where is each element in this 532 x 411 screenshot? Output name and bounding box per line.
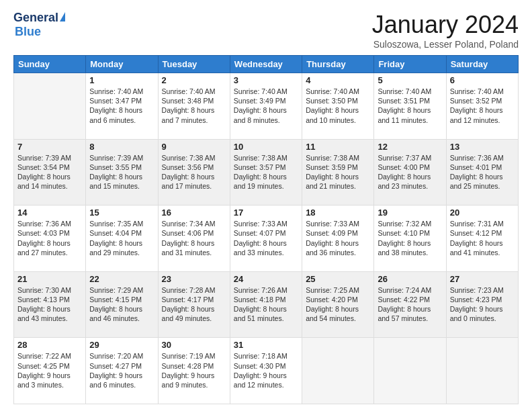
day-content: Sunrise: 7:40 AM Sunset: 3:52 PM Dayligh… <box>450 87 515 125</box>
day-content: Sunrise: 7:39 AM Sunset: 3:54 PM Dayligh… <box>17 153 82 191</box>
calendar-cell: 28Sunrise: 7:22 AM Sunset: 4:25 PM Dayli… <box>14 338 86 404</box>
calendar-header-friday: Friday <box>374 56 446 73</box>
day-number: 27 <box>450 274 515 284</box>
day-number: 15 <box>89 208 154 218</box>
calendar-cell: 1Sunrise: 7:40 AM Sunset: 3:47 PM Daylig… <box>86 73 158 140</box>
calendar-cell: 31Sunrise: 7:18 AM Sunset: 4:30 PM Dayli… <box>230 338 302 404</box>
calendar-cell: 19Sunrise: 7:32 AM Sunset: 4:10 PM Dayli… <box>374 205 446 272</box>
day-content: Sunrise: 7:18 AM Sunset: 4:30 PM Dayligh… <box>234 351 298 390</box>
day-content: Sunrise: 7:33 AM Sunset: 4:07 PM Dayligh… <box>234 219 298 257</box>
calendar-week-row: 21Sunrise: 7:30 AM Sunset: 4:13 PM Dayli… <box>14 271 519 338</box>
calendar-cell: 21Sunrise: 7:30 AM Sunset: 4:13 PM Dayli… <box>14 271 86 338</box>
day-number: 31 <box>234 340 298 350</box>
calendar-cell: 13Sunrise: 7:36 AM Sunset: 4:01 PM Dayli… <box>446 139 518 205</box>
logo-text: General <box>13 11 65 25</box>
day-number: 21 <box>17 274 82 284</box>
day-number: 6 <box>450 75 515 85</box>
day-number: 7 <box>17 142 82 152</box>
header: General Blue January 2024 Suloszowa, Les… <box>13 11 519 50</box>
day-number: 8 <box>89 142 154 152</box>
calendar-week-row: 14Sunrise: 7:36 AM Sunset: 4:03 PM Dayli… <box>14 205 519 272</box>
day-number: 26 <box>378 274 442 284</box>
calendar-cell <box>374 338 446 404</box>
day-number: 5 <box>378 75 442 85</box>
calendar-header-wednesday: Wednesday <box>230 56 302 73</box>
day-content: Sunrise: 7:26 AM Sunset: 4:18 PM Dayligh… <box>234 285 298 324</box>
calendar-week-row: 1Sunrise: 7:40 AM Sunset: 3:47 PM Daylig… <box>14 73 519 140</box>
calendar-cell: 6Sunrise: 7:40 AM Sunset: 3:52 PM Daylig… <box>446 73 518 140</box>
day-number: 28 <box>17 340 82 350</box>
calendar-header-row: SundayMondayTuesdayWednesdayThursdayFrid… <box>14 56 519 73</box>
calendar-cell: 27Sunrise: 7:23 AM Sunset: 4:23 PM Dayli… <box>446 271 518 338</box>
location: Suloszowa, Lesser Poland, Poland <box>372 39 519 50</box>
day-number: 2 <box>162 75 226 85</box>
day-number: 1 <box>89 75 154 85</box>
day-number: 9 <box>162 142 226 152</box>
logo-blue-text: Blue <box>15 25 41 38</box>
calendar-cell: 17Sunrise: 7:33 AM Sunset: 4:07 PM Dayli… <box>230 205 302 272</box>
day-content: Sunrise: 7:31 AM Sunset: 4:12 PM Dayligh… <box>450 219 515 257</box>
calendar-cell <box>14 73 86 140</box>
calendar-cell: 25Sunrise: 7:25 AM Sunset: 4:20 PM Dayli… <box>302 271 374 338</box>
calendar-cell: 11Sunrise: 7:38 AM Sunset: 3:59 PM Dayli… <box>302 139 374 205</box>
day-number: 4 <box>306 75 370 85</box>
day-number: 10 <box>234 142 298 152</box>
day-number: 22 <box>89 274 154 284</box>
day-content: Sunrise: 7:36 AM Sunset: 4:03 PM Dayligh… <box>17 219 82 257</box>
day-content: Sunrise: 7:40 AM Sunset: 3:50 PM Dayligh… <box>306 87 370 125</box>
day-content: Sunrise: 7:20 AM Sunset: 4:27 PM Dayligh… <box>89 351 154 390</box>
calendar-cell: 7Sunrise: 7:39 AM Sunset: 3:54 PM Daylig… <box>14 139 86 205</box>
day-content: Sunrise: 7:38 AM Sunset: 3:56 PM Dayligh… <box>162 153 226 191</box>
day-number: 13 <box>450 142 515 152</box>
day-content: Sunrise: 7:39 AM Sunset: 3:55 PM Dayligh… <box>89 153 154 191</box>
calendar-header-sunday: Sunday <box>14 56 86 73</box>
day-content: Sunrise: 7:30 AM Sunset: 4:13 PM Dayligh… <box>17 285 82 324</box>
day-number: 12 <box>378 142 442 152</box>
day-content: Sunrise: 7:38 AM Sunset: 3:57 PM Dayligh… <box>234 153 298 191</box>
day-content: Sunrise: 7:28 AM Sunset: 4:17 PM Dayligh… <box>162 285 226 324</box>
calendar-week-row: 28Sunrise: 7:22 AM Sunset: 4:25 PM Dayli… <box>14 338 519 404</box>
calendar-header-saturday: Saturday <box>446 56 518 73</box>
calendar-cell: 18Sunrise: 7:33 AM Sunset: 4:09 PM Dayli… <box>302 205 374 272</box>
logo-triangle-icon <box>60 12 65 21</box>
calendar-cell: 23Sunrise: 7:28 AM Sunset: 4:17 PM Dayli… <box>158 271 230 338</box>
title-area: January 2024 Suloszowa, Lesser Poland, P… <box>372 11 519 50</box>
day-number: 18 <box>306 208 370 218</box>
day-content: Sunrise: 7:19 AM Sunset: 4:28 PM Dayligh… <box>162 351 226 390</box>
day-content: Sunrise: 7:36 AM Sunset: 4:01 PM Dayligh… <box>450 153 515 191</box>
day-content: Sunrise: 7:35 AM Sunset: 4:04 PM Dayligh… <box>89 219 154 257</box>
day-content: Sunrise: 7:34 AM Sunset: 4:06 PM Dayligh… <box>162 219 226 257</box>
day-number: 17 <box>234 208 298 218</box>
calendar-cell: 12Sunrise: 7:37 AM Sunset: 4:00 PM Dayli… <box>374 139 446 205</box>
day-content: Sunrise: 7:40 AM Sunset: 3:51 PM Dayligh… <box>378 87 442 125</box>
day-number: 25 <box>306 274 370 284</box>
logo: General Blue <box>13 11 65 39</box>
calendar-cell: 29Sunrise: 7:20 AM Sunset: 4:27 PM Dayli… <box>86 338 158 404</box>
calendar-cell: 15Sunrise: 7:35 AM Sunset: 4:04 PM Dayli… <box>86 205 158 272</box>
day-content: Sunrise: 7:40 AM Sunset: 3:49 PM Dayligh… <box>234 87 298 125</box>
calendar-cell: 16Sunrise: 7:34 AM Sunset: 4:06 PM Dayli… <box>158 205 230 272</box>
month-title: January 2024 <box>372 11 519 39</box>
day-number: 14 <box>17 208 82 218</box>
calendar-cell <box>302 338 374 404</box>
day-content: Sunrise: 7:32 AM Sunset: 4:10 PM Dayligh… <box>378 219 442 257</box>
day-number: 20 <box>450 208 515 218</box>
day-content: Sunrise: 7:24 AM Sunset: 4:22 PM Dayligh… <box>378 285 442 324</box>
calendar-cell: 4Sunrise: 7:40 AM Sunset: 3:50 PM Daylig… <box>302 73 374 140</box>
calendar-cell: 3Sunrise: 7:40 AM Sunset: 3:49 PM Daylig… <box>230 73 302 140</box>
day-number: 30 <box>162 340 226 350</box>
calendar-cell: 20Sunrise: 7:31 AM Sunset: 4:12 PM Dayli… <box>446 205 518 272</box>
day-content: Sunrise: 7:38 AM Sunset: 3:59 PM Dayligh… <box>306 153 370 191</box>
calendar-cell: 26Sunrise: 7:24 AM Sunset: 4:22 PM Dayli… <box>374 271 446 338</box>
calendar-cell: 30Sunrise: 7:19 AM Sunset: 4:28 PM Dayli… <box>158 338 230 404</box>
calendar-cell: 14Sunrise: 7:36 AM Sunset: 4:03 PM Dayli… <box>14 205 86 272</box>
day-content: Sunrise: 7:22 AM Sunset: 4:25 PM Dayligh… <box>17 351 82 390</box>
day-content: Sunrise: 7:40 AM Sunset: 3:48 PM Dayligh… <box>162 87 226 125</box>
day-number: 23 <box>162 274 226 284</box>
calendar-cell <box>446 338 518 404</box>
day-number: 16 <box>162 208 226 218</box>
calendar-cell: 5Sunrise: 7:40 AM Sunset: 3:51 PM Daylig… <box>374 73 446 140</box>
page: General Blue January 2024 Suloszowa, Les… <box>0 0 532 411</box>
day-content: Sunrise: 7:37 AM Sunset: 4:00 PM Dayligh… <box>378 153 442 191</box>
day-number: 24 <box>234 274 298 284</box>
